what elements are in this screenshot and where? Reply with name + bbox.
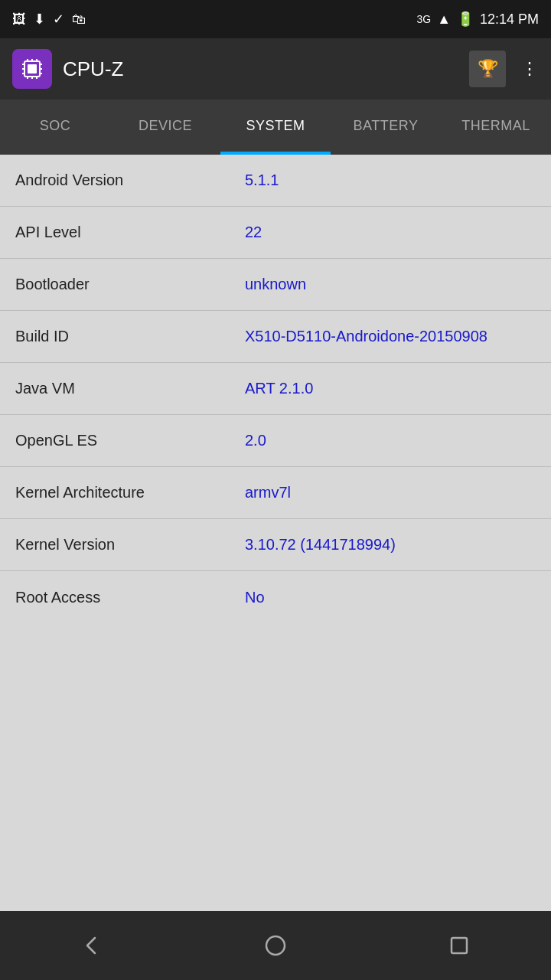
row-label-6: Kernel Architecture — [0, 467, 230, 518]
row-label-8: Root Access — [0, 571, 230, 623]
status-bar-left: 🖼 ⬇ ✓ 🛍 — [12, 11, 410, 28]
table-row: Java VMART 2.1.0 — [0, 363, 551, 415]
status-time: 12:14 PM — [480, 11, 539, 28]
row-label-4: Java VM — [0, 363, 230, 414]
row-label-5: OpenGL ES — [0, 415, 230, 466]
row-value-0: 5.1.1 — [230, 155, 551, 206]
home-button[interactable] — [253, 923, 298, 969]
tab-device[interactable]: Device — [110, 100, 220, 155]
signal-icon: 3G — [416, 13, 431, 25]
row-value-8: No — [230, 571, 551, 623]
battery-icon: 🔋 — [457, 11, 474, 28]
content-area: Android Version5.1.1API Level22Bootloade… — [0, 155, 551, 911]
app-title: CPU-Z — [63, 57, 469, 81]
system-info-table: Android Version5.1.1API Level22Bootloade… — [0, 155, 551, 623]
back-button[interactable] — [69, 923, 115, 969]
status-bar: 🖼 ⬇ ✓ 🛍 3G ▲ 🔋 12:14 PM — [0, 0, 551, 38]
trophy-button[interactable]: 🏆 — [469, 51, 506, 87]
wifi-icon: ▲ — [437, 11, 451, 28]
download-icon: ⬇ — [34, 11, 45, 28]
table-row: API Level22 — [0, 207, 551, 259]
svg-point-14 — [266, 936, 285, 955]
row-value-6: armv7l — [230, 467, 551, 518]
table-row: Kernel Architecturearmv7l — [0, 467, 551, 519]
tab-bar: SoCDeviceSystemBatteryThermal — [0, 100, 551, 155]
photo-icon: 🖼 — [12, 11, 26, 28]
table-row: Kernel Version3.10.72 (1441718994) — [0, 519, 551, 571]
bag-icon: 🛍 — [72, 11, 86, 28]
toolbar-icons: 🏆 ⋮ — [469, 51, 539, 87]
row-value-3: X510-D5110-Androidone-20150908 — [230, 311, 551, 362]
trophy-icon: 🏆 — [478, 59, 498, 79]
row-value-7: 3.10.72 (1441718994) — [230, 519, 551, 570]
more-options-icon[interactable]: ⋮ — [521, 59, 539, 79]
row-value-5: 2.0 — [230, 415, 551, 466]
row-value-4: ART 2.1.0 — [230, 363, 551, 414]
app-bar: CPU-Z 🏆 ⋮ — [0, 38, 551, 100]
row-label-0: Android Version — [0, 155, 230, 206]
check-icon: ✓ — [53, 11, 64, 28]
tab-thermal[interactable]: Thermal — [441, 100, 551, 155]
back-icon — [78, 932, 106, 959]
tab-system[interactable]: System — [220, 100, 331, 155]
row-value-2: unknown — [230, 259, 551, 310]
app-icon — [12, 49, 52, 89]
row-value-1: 22 — [230, 207, 551, 258]
table-row: Bootloaderunknown — [0, 259, 551, 311]
row-label-2: Bootloader — [0, 259, 230, 310]
row-label-1: API Level — [0, 207, 230, 258]
svg-rect-1 — [28, 64, 37, 74]
tab-battery[interactable]: Battery — [331, 100, 441, 155]
home-icon — [262, 932, 289, 959]
svg-rect-15 — [452, 938, 467, 953]
row-label-3: Build ID — [0, 311, 230, 362]
recents-icon — [445, 932, 473, 959]
row-label-7: Kernel Version — [0, 519, 230, 570]
table-row: OpenGL ES2.0 — [0, 415, 551, 467]
recents-button[interactable] — [436, 923, 482, 969]
tab-soc[interactable]: SoC — [0, 100, 110, 155]
table-row: Android Version5.1.1 — [0, 155, 551, 207]
table-row: Root AccessNo — [0, 571, 551, 623]
status-right: 3G ▲ 🔋 12:14 PM — [416, 11, 539, 28]
cpu-icon — [19, 56, 45, 82]
table-row: Build IDX510-D5110-Androidone-20150908 — [0, 311, 551, 363]
bottom-nav — [0, 911, 551, 980]
